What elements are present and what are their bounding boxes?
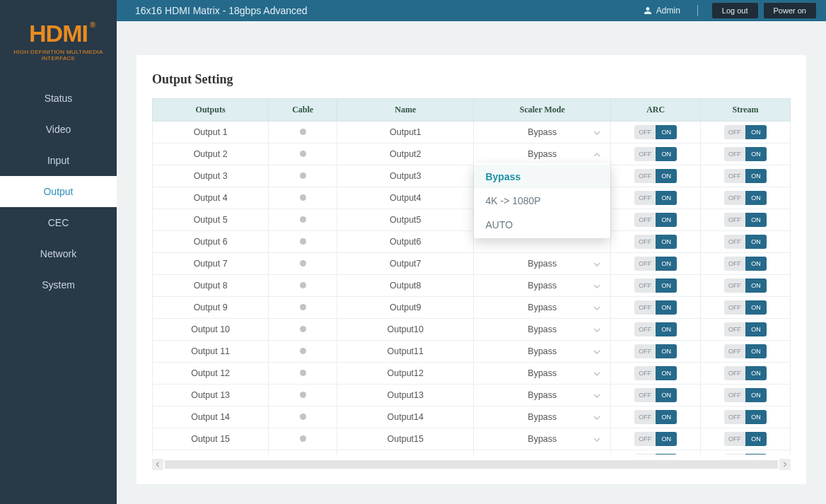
stream-toggle[interactable]: OFFON: [724, 257, 767, 271]
stream-toggle[interactable]: OFFON: [724, 366, 767, 380]
cell-scaler-mode[interactable]: Bypass: [474, 341, 611, 363]
arc-toggle[interactable]: OFFON: [634, 125, 677, 139]
arc-toggle-on[interactable]: ON: [656, 257, 677, 271]
stream-toggle-on[interactable]: ON: [745, 454, 767, 455]
stream-toggle-on[interactable]: ON: [745, 322, 767, 336]
cell-output-name[interactable]: Output5: [337, 209, 474, 231]
arc-toggle-on[interactable]: ON: [656, 300, 677, 315]
arc-toggle-on[interactable]: ON: [656, 279, 677, 293]
scaler-select[interactable]: Bypass: [474, 259, 610, 269]
stream-toggle-off[interactable]: OFF: [724, 300, 745, 315]
cell-scaler-mode[interactable]: Bypass: [474, 122, 611, 143]
stream-toggle-on[interactable]: ON: [745, 366, 767, 380]
cell-output-name[interactable]: Output14: [337, 406, 474, 428]
power-button[interactable]: Power on: [764, 3, 816, 18]
cell-scaler-mode[interactable]: Bypass: [474, 253, 611, 275]
cell-scaler-mode[interactable]: BypassBypass4K -> 1080PAUTO: [474, 143, 611, 165]
stream-toggle-off[interactable]: OFF: [724, 125, 745, 139]
stream-toggle-off[interactable]: OFF: [724, 432, 745, 446]
cell-output-name[interactable]: Output9: [337, 297, 474, 319]
stream-toggle-off[interactable]: OFF: [724, 344, 745, 358]
stream-toggle[interactable]: OFFON: [724, 279, 767, 293]
arc-toggle-on[interactable]: ON: [656, 235, 677, 249]
stream-toggle[interactable]: OFFON: [724, 235, 767, 249]
arc-toggle[interactable]: OFFON: [634, 344, 677, 358]
arc-toggle-on[interactable]: ON: [656, 432, 677, 446]
arc-toggle-on[interactable]: ON: [656, 410, 677, 424]
scaler-select[interactable]: Bypass: [474, 127, 610, 137]
arc-toggle-off[interactable]: OFF: [634, 344, 656, 358]
scaler-select[interactable]: Bypass: [474, 434, 610, 444]
table-scroll[interactable]: Outputs Cable Name Scaler Mode ARC Strea…: [152, 98, 791, 455]
cell-output-name[interactable]: Output12: [337, 363, 474, 385]
scaler-select[interactable]: BypassBypass4K -> 1080PAUTO: [474, 149, 610, 159]
arc-toggle-on[interactable]: ON: [656, 344, 677, 358]
arc-toggle-off[interactable]: OFF: [634, 191, 656, 205]
stream-toggle-off[interactable]: OFF: [724, 322, 745, 336]
nav-item-status[interactable]: Status: [0, 83, 117, 114]
stream-toggle-off[interactable]: OFF: [724, 191, 745, 205]
cell-output-name[interactable]: Output15: [337, 428, 474, 450]
arc-toggle[interactable]: OFFON: [634, 257, 677, 271]
cell-scaler-mode[interactable]: Bypass: [474, 297, 611, 319]
arc-toggle[interactable]: OFFON: [634, 191, 677, 205]
arc-toggle-on[interactable]: ON: [656, 213, 677, 227]
stream-toggle[interactable]: OFFON: [724, 454, 767, 455]
stream-toggle[interactable]: OFFON: [724, 191, 767, 205]
cell-output-name[interactable]: Output8: [337, 275, 474, 297]
arc-toggle-off[interactable]: OFF: [634, 147, 656, 161]
arc-toggle-on[interactable]: ON: [656, 366, 677, 380]
scaler-select[interactable]: Bypass: [474, 346, 610, 356]
arc-toggle-on[interactable]: ON: [656, 454, 677, 455]
nav-item-network[interactable]: Network: [0, 238, 117, 269]
horizontal-scrollbar[interactable]: [152, 457, 791, 471]
cell-output-name[interactable]: Output4: [337, 187, 474, 209]
stream-toggle[interactable]: OFFON: [724, 410, 767, 424]
arc-toggle[interactable]: OFFON: [634, 322, 677, 336]
nav-item-output[interactable]: Output: [0, 176, 117, 207]
arc-toggle-off[interactable]: OFF: [634, 432, 656, 446]
scaler-select[interactable]: Bypass: [474, 368, 610, 378]
stream-toggle-off[interactable]: OFF: [724, 235, 745, 249]
cell-output-name[interactable]: Output6: [337, 231, 474, 253]
arc-toggle-off[interactable]: OFF: [634, 410, 656, 424]
scaler-option[interactable]: AUTO: [474, 213, 610, 237]
cell-scaler-mode[interactable]: Bypass: [474, 319, 611, 341]
stream-toggle[interactable]: OFFON: [724, 300, 767, 315]
nav-item-system[interactable]: System: [0, 269, 117, 300]
scaler-select[interactable]: Bypass: [474, 303, 610, 312]
stream-toggle[interactable]: OFFON: [724, 432, 767, 446]
nav-item-input[interactable]: Input: [0, 145, 117, 176]
arc-toggle[interactable]: OFFON: [634, 454, 677, 455]
stream-toggle-on[interactable]: ON: [745, 257, 767, 271]
stream-toggle-on[interactable]: ON: [745, 300, 767, 315]
scaler-select[interactable]: Bypass: [474, 412, 610, 422]
arc-toggle-off[interactable]: OFF: [634, 322, 656, 336]
cell-scaler-mode[interactable]: Bypass: [474, 428, 611, 450]
stream-toggle-off[interactable]: OFF: [724, 410, 745, 424]
stream-toggle-off[interactable]: OFF: [724, 147, 745, 161]
arc-toggle[interactable]: OFFON: [634, 410, 677, 424]
stream-toggle-on[interactable]: ON: [745, 344, 767, 358]
cell-output-name[interactable]: Output2: [337, 143, 474, 165]
stream-toggle[interactable]: OFFON: [724, 344, 767, 358]
cell-output-name[interactable]: Output13: [337, 385, 474, 406]
stream-toggle-on[interactable]: ON: [745, 147, 767, 161]
cell-output-name[interactable]: Output11: [337, 341, 474, 363]
logout-button[interactable]: Log out: [712, 3, 758, 18]
scaler-select[interactable]: Bypass: [474, 281, 610, 291]
arc-toggle-off[interactable]: OFF: [634, 235, 656, 249]
stream-toggle[interactable]: OFFON: [724, 322, 767, 336]
arc-toggle-on[interactable]: ON: [656, 169, 677, 183]
arc-toggle[interactable]: OFFON: [634, 147, 677, 161]
stream-toggle-off[interactable]: OFF: [724, 169, 745, 183]
arc-toggle[interactable]: OFFON: [634, 235, 677, 249]
arc-toggle-on[interactable]: ON: [656, 125, 677, 139]
cell-scaler-mode[interactable]: Bypass: [474, 275, 611, 297]
stream-toggle-on[interactable]: ON: [745, 125, 767, 139]
stream-toggle-off[interactable]: OFF: [724, 454, 745, 455]
stream-toggle-on[interactable]: ON: [745, 235, 767, 249]
arc-toggle[interactable]: OFFON: [634, 300, 677, 315]
scaler-option[interactable]: Bypass: [474, 165, 610, 189]
scaler-select[interactable]: Bypass: [474, 390, 610, 400]
